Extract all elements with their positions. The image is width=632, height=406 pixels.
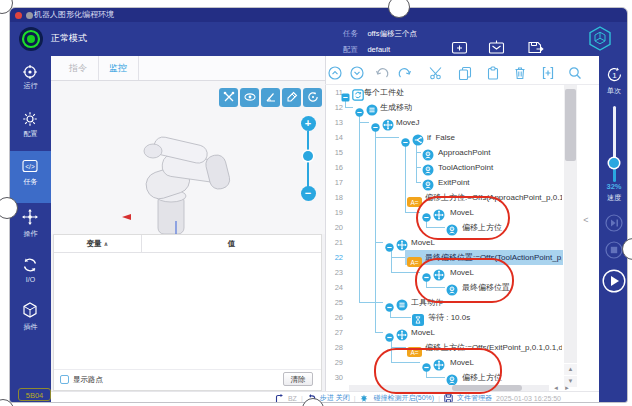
collapse-toggle-icon[interactable] xyxy=(401,133,410,142)
collision-detection-status[interactable]: 碰撞检测开启(50%) xyxy=(373,393,434,403)
measure-button[interactable] xyxy=(261,88,280,107)
collapse-toggle-icon[interactable] xyxy=(385,238,394,247)
reset-view-icon xyxy=(307,89,319,107)
search-icon xyxy=(568,66,582,83)
line-number: 12 xyxy=(325,100,343,115)
sort-asc-icon: ∧ xyxy=(104,241,109,247)
speed-slider-track[interactable] xyxy=(613,106,616,163)
expand-all-icon xyxy=(350,66,364,83)
collapse-toggle-icon[interactable] xyxy=(355,103,364,112)
file-manager-link[interactable]: 文件管理器 xyxy=(457,393,492,403)
insert-icon xyxy=(541,66,555,83)
tree-connector xyxy=(345,107,353,108)
viewport-3d[interactable]: + − xyxy=(51,81,325,234)
mode-indicator-icon xyxy=(18,26,44,56)
tree-connector xyxy=(416,182,421,183)
zoom-in-button[interactable]: + xyxy=(301,116,316,131)
separator: | xyxy=(438,395,440,402)
speed-slider-thumb[interactable] xyxy=(609,158,619,168)
expand-all-button[interactable] xyxy=(350,66,364,80)
delete-button[interactable] xyxy=(513,66,527,80)
collapse-toggle-icon[interactable] xyxy=(385,298,394,307)
separator: | xyxy=(354,395,356,402)
zoom-out-button[interactable]: − xyxy=(301,186,316,201)
tree-connector xyxy=(375,242,383,243)
collapse-toggle-icon[interactable] xyxy=(341,88,350,97)
paste-icon xyxy=(486,66,500,83)
tree-connector xyxy=(359,302,383,303)
redo-button[interactable] xyxy=(398,66,412,80)
line-number: 13 xyxy=(325,115,343,130)
panel-collapse-button[interactable]: < xyxy=(580,211,592,229)
line-number: 28 xyxy=(325,340,343,355)
tree-node-label[interactable]: 生成移动 xyxy=(380,100,562,115)
show-waypoints-checkbox[interactable] xyxy=(60,375,69,384)
tree-node-label[interactable]: ApproachPoint xyxy=(438,145,562,160)
cut-icon xyxy=(429,66,443,83)
cut-button[interactable] xyxy=(429,66,443,80)
plugin-icon xyxy=(22,302,38,322)
insert-button[interactable] xyxy=(541,66,555,80)
sidebar-item-label-operate: 操作 xyxy=(10,229,51,239)
list-node-icon xyxy=(396,297,408,315)
loop-node-icon xyxy=(352,87,364,105)
line-number: 25 xyxy=(325,295,343,310)
clear-button[interactable]: 清除 xyxy=(283,372,313,386)
search-button[interactable] xyxy=(568,66,582,80)
tree-node-label[interactable]: if False xyxy=(427,130,562,145)
sidebar-item-config[interactable] xyxy=(10,111,51,145)
tree-connector xyxy=(416,167,421,168)
app-logo-icon xyxy=(587,25,613,57)
visibility-button[interactable] xyxy=(240,88,259,107)
tree-connector xyxy=(416,152,421,153)
tree-node-label[interactable]: ExitPoint xyxy=(438,175,562,190)
tree-vertical-scrollbar-handle[interactable] xyxy=(565,89,576,161)
copy-button[interactable] xyxy=(458,66,472,80)
tree-connector xyxy=(359,122,369,123)
zoom-slider-thumb[interactable] xyxy=(303,151,313,161)
collapse-all-button[interactable] xyxy=(328,66,342,80)
window-minimize-button[interactable] xyxy=(26,12,33,19)
paint-icon xyxy=(286,89,298,107)
tree-connector xyxy=(375,332,383,333)
step-mode-status[interactable]: 步进 关闭 xyxy=(320,393,350,403)
single-run-icon[interactable]: 1 xyxy=(605,65,624,88)
undo-button[interactable] xyxy=(375,66,389,80)
tree-connector xyxy=(390,317,411,318)
scroll-up-button[interactable]: ▲ xyxy=(564,364,577,375)
tree-node-label[interactable]: 每个工件处 xyxy=(364,85,562,100)
reset-view-button[interactable] xyxy=(303,88,322,107)
window-close-button[interactable] xyxy=(15,12,22,19)
paste-button[interactable] xyxy=(486,66,500,80)
collapse-toggle-icon[interactable] xyxy=(385,328,394,337)
column-value[interactable]: 值 xyxy=(142,235,321,252)
play-button[interactable] xyxy=(602,269,626,297)
collapse-toggle-icon[interactable] xyxy=(371,118,380,127)
sidebar-item-label-task: 任务 xyxy=(10,177,51,187)
variable-table-header[interactable]: 变量 ∧ 值 xyxy=(54,235,321,253)
sidebar-item-io[interactable] xyxy=(10,257,51,291)
task-value: offs偏移三个点 xyxy=(367,29,416,38)
tools-button[interactable] xyxy=(219,88,238,107)
list-node-icon xyxy=(366,102,378,120)
line-number: 27 xyxy=(325,325,343,340)
tab-monitor[interactable]: 监控 xyxy=(98,56,139,80)
save-icon xyxy=(519,39,551,56)
visibility-icon xyxy=(244,89,256,107)
tree-node-label[interactable]: ToolActionPoint xyxy=(438,160,562,175)
tree-connector xyxy=(405,143,406,213)
line-number: 18 xyxy=(325,190,343,205)
stop-button[interactable] xyxy=(605,241,623,263)
paint-button[interactable] xyxy=(282,88,301,107)
tree-node-label[interactable]: 等待 : 10.0s xyxy=(428,310,562,325)
tree-connector xyxy=(375,137,399,138)
single-run-label: 单次 xyxy=(599,86,628,96)
line-number: 21 xyxy=(325,235,343,250)
tree-node-label[interactable]: MoveJ xyxy=(396,115,562,130)
app-window: 机器人图形化编程环境 正常模式 任务 offs偏移三个点 配置 default xyxy=(9,7,628,403)
column-variable[interactable]: 变量 xyxy=(87,239,102,248)
collision-icon xyxy=(359,394,369,403)
step-forward-button[interactable] xyxy=(605,214,623,236)
tab-instruction[interactable]: 指令 xyxy=(58,56,99,80)
tree-node-label[interactable]: MoveL xyxy=(411,325,562,340)
